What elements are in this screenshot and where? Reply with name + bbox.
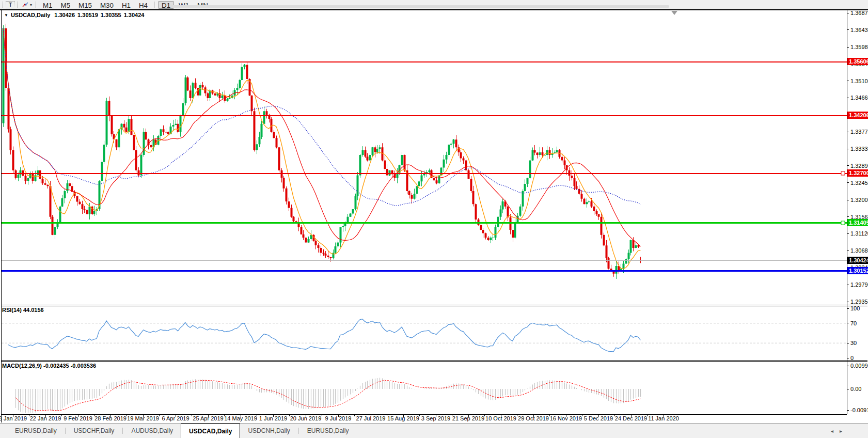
date-tick-label: 28 Feb 2019: [94, 415, 127, 421]
arrows-tool-icon: [22, 2, 29, 8]
date-tick-label: 14 May 2019: [224, 415, 257, 421]
date-tick-label: 24 Dec 2019: [615, 415, 647, 421]
tab-separator: [298, 428, 299, 434]
date-tick-label: 3 Jan 2019: [0, 415, 27, 421]
tab-audusd-daily[interactable]: AUDUSD,Daily: [123, 424, 181, 438]
macd-tick-label: 0.00: [850, 386, 861, 392]
date-tick-label: 11 Jan 2020: [648, 415, 679, 421]
price-tick-label: 1.32450: [850, 180, 868, 186]
price-label-1.30152: 1.30152: [849, 268, 868, 274]
date-tick-label: 29 Oct 2019: [518, 415, 549, 421]
chart-canvas[interactable]: 1.368701.364301.359801.355401.351001.346…: [0, 9, 868, 423]
chart-symbol-label: USDCAD,Daily: [11, 12, 50, 18]
price-tick-label: 1.29350: [850, 299, 868, 305]
ohlc-high: 1.30519: [77, 12, 98, 18]
tab-separator: [65, 428, 66, 434]
timeframe-button-h4[interactable]: H4: [135, 1, 151, 9]
price-tick-label: 1.32000: [850, 197, 868, 203]
price-label-1.34206: 1.34206: [849, 112, 868, 118]
price-label-1.30424: 1.30424: [849, 257, 868, 263]
date-tick-label: 19 Mar 2019: [127, 415, 159, 421]
price-label-1.35606: 1.35606: [849, 58, 868, 65]
toolbar-grip[interactable]: [36, 2, 36, 8]
level-line-handle[interactable]: [841, 171, 845, 175]
ohlc-low: 1.30355: [101, 12, 121, 18]
chart-title: ▼ USDCAD,Daily 1.30426 1.30519 1.30355 1…: [4, 12, 144, 18]
timeframe-button-h1[interactable]: H1: [118, 1, 134, 9]
rsi-tick-label: 100: [850, 305, 860, 311]
date-tick-label: 16 Nov 2019: [550, 415, 582, 421]
ohlc-close: 1.30424: [124, 12, 145, 18]
tab-eurusd-daily[interactable]: EURUSD,Daily: [7, 424, 65, 438]
price-tick-label: 1.35980: [850, 44, 868, 50]
text-tool-button[interactable]: T: [6, 1, 15, 8]
tab-usdcnh-daily[interactable]: USDCNH,Daily: [240, 424, 297, 438]
rsi-tick-label: 70: [850, 320, 857, 326]
toolbar-separator: [154, 2, 155, 8]
ohlc-open: 1.30426: [54, 12, 75, 18]
timeframe-button-m15[interactable]: M15: [75, 1, 96, 9]
timeframe-button-m1[interactable]: M1: [39, 1, 56, 9]
price-tick-label: 1.31120: [850, 230, 868, 237]
rsi-indicator-label: RSI(14) 44.0156: [2, 307, 44, 313]
price-tick-label: 1.33770: [850, 129, 868, 135]
tab-usdchf-daily[interactable]: USDCHF,Daily: [66, 424, 122, 438]
rsi-tick-label: 0: [850, 355, 854, 361]
date-tick-label: 22 Jan 2019: [30, 415, 61, 421]
date-tick-label: 10 Oct 2019: [485, 415, 516, 421]
price-tick-label: 1.34660: [850, 95, 868, 101]
date-tick-label: 20 Jun 2019: [290, 415, 322, 421]
collapse-ohlc-icon[interactable]: ▼: [4, 13, 8, 18]
price-tick-label: 1.31560: [850, 214, 868, 220]
date-tick-label: 9 Jul 2019: [325, 415, 352, 421]
price-tick-label: 1.33330: [850, 146, 868, 152]
macd-tick-label: -0.00915: [850, 407, 868, 413]
tab-usdcad-daily[interactable]: USDCAD,Daily: [181, 424, 240, 438]
price-tick-label: 1.32890: [850, 163, 868, 169]
date-tick-label: 9 Feb 2019: [64, 415, 92, 421]
price-tick-label: 1.29790: [850, 281, 868, 288]
tab-scroll-right-button[interactable]: ▸: [840, 428, 842, 434]
macd-indicator-label: MACD(12,26,9) -0.002435 -0.003536: [2, 363, 96, 369]
toolbar-grip[interactable]: [18, 2, 18, 8]
price-tick-label: 1.36870: [850, 10, 868, 16]
date-tick-label: 15 Aug 2019: [387, 415, 419, 421]
dropdown-caret-icon: ▾: [30, 3, 32, 7]
timeframe-button-m30[interactable]: M30: [97, 1, 117, 9]
date-tick-label: 27 Jul 2019: [356, 415, 386, 421]
date-tick-label: 5 Dec 2019: [584, 415, 613, 421]
date-tick-label: 21 Sep 2019: [452, 415, 484, 421]
mt4-chart-window: T ▾ M1M5M15M30H1H4D1W1MN 1.368701.364301…: [0, 0, 868, 438]
macd-tick-label: 0.009975: [850, 363, 868, 369]
tab-separator: [122, 428, 123, 434]
cursor-tools-button[interactable]: ▾: [22, 2, 32, 8]
date-tick-label: 25 Apr 2019: [193, 415, 223, 421]
toolbar: T ▾ M1M5M15M30H1H4D1W1MN: [0, 0, 868, 9]
tab-scroll-left-button[interactable]: ◂: [831, 428, 833, 434]
date-tick-label: 6 Apr 2019: [162, 415, 189, 421]
date-tick-label: 1 Jun 2019: [259, 415, 287, 421]
toolbar-grip[interactable]: [3, 2, 3, 8]
price-tick-label: 1.36430: [850, 27, 868, 33]
price-tick-label: 1.30680: [850, 247, 868, 254]
chart-scrollbar-thumb[interactable]: [170, 5, 669, 8]
tab-eurusd-daily[interactable]: EURUSD,Daily: [299, 424, 357, 438]
price-label-1.31405: 1.31405: [849, 220, 868, 226]
price-label-1.32700: 1.32700: [849, 170, 868, 176]
date-tick-label: 3 Sep 2019: [421, 415, 450, 421]
rsi-tick-label: 30: [850, 340, 857, 346]
timeframe-button-m5[interactable]: M5: [57, 1, 74, 9]
price-tick-label: 1.35100: [850, 78, 868, 84]
level-line-handle[interactable]: [841, 221, 845, 225]
chart-area: 1.368701.364301.359801.355401.351001.346…: [0, 9, 868, 423]
chart-tab-bar: EURUSD,DailyUSDCHF,DailyAUDUSD,DailyUSDC…: [0, 423, 868, 438]
